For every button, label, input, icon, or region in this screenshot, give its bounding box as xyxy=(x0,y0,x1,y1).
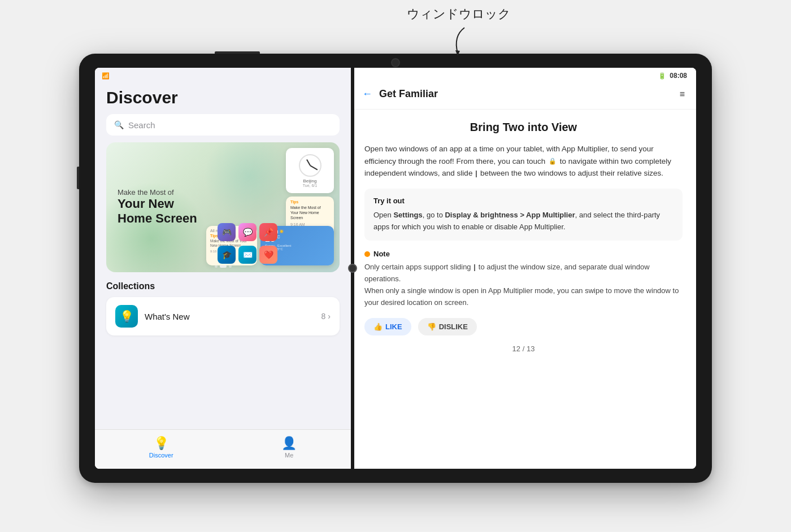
widget-heart-icon: ❤️ xyxy=(259,246,277,264)
settings-strong: Settings xyxy=(393,211,422,219)
nav-item-me[interactable]: 👤 Me xyxy=(281,436,297,459)
nav-discover-label: Discover xyxy=(149,452,173,459)
right-panel: 🔋 08:08 ← Get Familiar ≡ Bring Two into … xyxy=(351,68,696,469)
clock-minute-hand xyxy=(310,165,318,170)
dislike-button[interactable]: 👎 DISLIKE xyxy=(418,318,477,335)
search-bar[interactable]: 🔍 Search xyxy=(106,114,340,136)
right-header-left: ← Get Familiar xyxy=(362,88,438,100)
whats-new-right: 8 › xyxy=(321,312,331,321)
pipe-separator xyxy=(476,171,477,177)
try-it-body: Open Settings, go to Display & brightnes… xyxy=(373,210,673,233)
tablet-top-button xyxy=(215,51,260,54)
article-title: Bring Two into View xyxy=(364,121,683,134)
whats-new-chevron: › xyxy=(328,312,331,321)
nav-item-discover[interactable]: 💡 Discover xyxy=(149,436,173,459)
note-dot xyxy=(364,251,370,257)
try-it-box: Try it out Open Settings, go to Display … xyxy=(364,189,683,241)
widget-msg-icon: ✉️ xyxy=(238,246,257,264)
whats-new-icon: 💡 xyxy=(115,305,138,328)
widget-clock: Beijing Tue, 6/1 xyxy=(286,148,334,193)
note-title: Note xyxy=(364,250,683,258)
clock-city: Beijing xyxy=(303,178,316,184)
nav-me-label: Me xyxy=(285,452,293,459)
feedback-row: 👍 LIKE 👎 DISLIKE xyxy=(364,318,683,335)
note-pipe xyxy=(474,264,475,271)
search-placeholder: Search xyxy=(128,120,155,130)
display-strong: Display & brightness > App Multiplier xyxy=(445,211,575,219)
widget-edu-icon: 🎓 xyxy=(218,246,236,264)
split-divider xyxy=(351,68,354,469)
split-divider-handle[interactable] xyxy=(348,264,357,273)
collections-section: Collections 💡 What's New 8 › xyxy=(95,272,351,340)
whats-new-count: 8 xyxy=(321,312,326,321)
widget-tips-text: Make the Most of Your New Home Screen xyxy=(290,205,329,220)
nav-discover-icon: 💡 xyxy=(154,436,169,451)
note-box: Note Only certain apps support sliding t… xyxy=(364,250,683,308)
clock-date: Tue, 6/1 xyxy=(303,184,317,187)
collections-title: Collections xyxy=(106,281,340,291)
svg-marker-0 xyxy=(455,50,460,56)
tablet-screen: 📶 Discover 🔍 Search Make the Most of xyxy=(95,68,696,469)
right-content: Bring Two into View Open two windows of … xyxy=(351,110,696,469)
menu-icon[interactable]: ≡ xyxy=(680,89,685,99)
widget-pin-icon: 📌 xyxy=(259,223,277,241)
left-panel: 📶 Discover 🔍 Search Make the Most of xyxy=(95,68,351,469)
like-thumb-icon: 👍 xyxy=(373,322,383,331)
widget-game-icon: 🎮 xyxy=(218,223,236,241)
status-bar-right: 🔋 08:08 xyxy=(351,68,696,84)
right-header: ← Get Familiar ≡ xyxy=(351,84,696,110)
banner-text: Make the Most of Your New Home Screen xyxy=(118,188,197,226)
bottom-nav: 💡 Discover 👤 Me xyxy=(95,429,351,469)
discover-title: Discover xyxy=(106,88,340,107)
clock-face xyxy=(299,154,321,177)
wifi-icon: 📶 xyxy=(102,72,110,80)
note-body: Only certain apps support sliding to adj… xyxy=(364,261,683,308)
search-icon: 🔍 xyxy=(114,120,124,129)
time-display: 08:08 xyxy=(670,72,687,80)
nav-me-icon: 👤 xyxy=(281,436,297,451)
article-body-1: Open two windows of an app at a time on … xyxy=(364,143,683,180)
page-number: 12 / 13 xyxy=(364,345,683,353)
annotation-text: ウィンドウロック xyxy=(407,6,511,23)
banner-widgets-top: Beijing Tue, 6/1 Tips Make the Most of Y… xyxy=(286,148,334,236)
widget-chat-icon: 💬 xyxy=(238,223,257,241)
try-it-title: Try it out xyxy=(373,197,673,205)
whats-new-card[interactable]: 💡 What's New 8 › xyxy=(106,297,340,335)
status-bar-left: 📶 xyxy=(95,68,351,84)
dislike-thumb-icon: 👎 xyxy=(427,322,436,331)
clock-hour-hand xyxy=(306,159,311,165)
whats-new-label: What's New xyxy=(145,312,190,321)
right-panel-title: Get Familiar xyxy=(379,88,438,100)
banner-title: Your New Home Screen xyxy=(118,197,197,226)
tablet-shell: 📶 Discover 🔍 Search Make the Most of xyxy=(79,54,712,483)
annotation-arrow xyxy=(447,25,470,56)
discover-header: Discover 🔍 Search xyxy=(95,84,351,142)
battery-icon: 🔋 xyxy=(658,72,666,80)
banner-area: Make the Most of Your New Home Screen xyxy=(106,142,340,272)
widget-tips-tag: Tips xyxy=(290,200,329,204)
banner-bg-decoration2 xyxy=(204,142,294,221)
lock-icon: 🔒 xyxy=(549,156,557,167)
whats-new-left: 💡 What's New xyxy=(115,305,190,328)
back-button[interactable]: ← xyxy=(362,88,372,100)
like-button[interactable]: 👍 LIKE xyxy=(364,318,411,335)
banner-subtitle: Make the Most of xyxy=(118,188,197,197)
annotation: ウィンドウロック xyxy=(407,6,511,56)
